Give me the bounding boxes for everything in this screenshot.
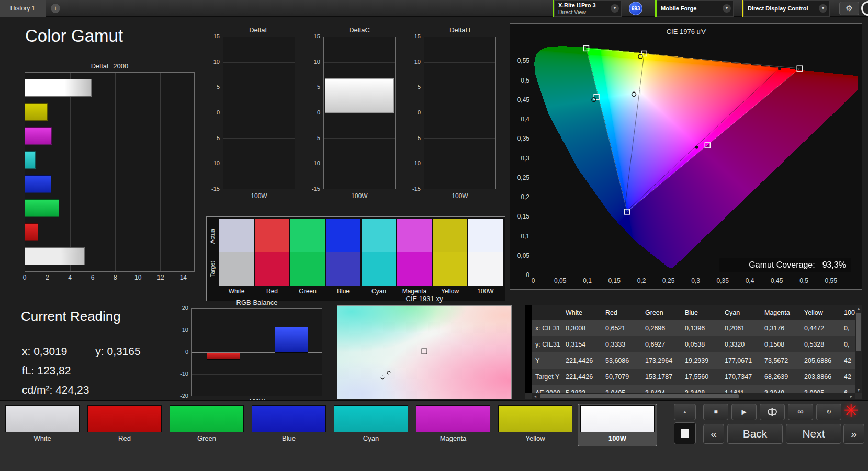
axis-tick-label: 0,2 <box>510 193 531 201</box>
table-cell: 19,2939 <box>681 352 721 369</box>
actual-swatch <box>326 219 360 252</box>
reference-point-marker <box>381 376 385 380</box>
next-button[interactable]: Next <box>786 424 841 444</box>
tab-history-1[interactable]: History 1 <box>0 0 46 17</box>
table-vertical-scrollbar[interactable]: ▲ ▼ <box>855 305 862 393</box>
color-patch <box>334 405 408 432</box>
swatch-label: Green <box>290 286 325 296</box>
pattern-tile-100w[interactable]: 100W <box>578 404 657 446</box>
pattern-tile-red[interactable]: Red <box>85 404 164 446</box>
color-patch <box>87 405 162 432</box>
back-chevron-button[interactable]: « <box>703 424 724 444</box>
table-cell: 0,1396 <box>681 320 721 336</box>
color-patch <box>170 405 244 432</box>
table-cell: 0,2696 <box>641 320 681 336</box>
cie1976-panel: CIE 1976 u'v' 0,550,50,450,40,350,30,250… <box>510 23 862 290</box>
scroll-left-arrow[interactable]: ◄ <box>532 393 539 399</box>
axis-tick-label: 20 <box>171 305 188 311</box>
display-control-dropdown[interactable]: Direct Display Control ▾ <box>742 0 830 17</box>
target-swatch <box>362 252 396 286</box>
target-row-label: Target <box>208 252 217 286</box>
settings-button[interactable]: ⚙ <box>839 2 859 15</box>
axis-tick-label: 0 <box>308 109 320 116</box>
scroll-down-arrow[interactable]: ▼ <box>855 387 862 393</box>
target-swatch <box>397 252 432 286</box>
gridline <box>223 138 295 139</box>
pattern-tile-magenta[interactable]: Magenta <box>414 404 492 446</box>
app-logo-icon <box>861 1 868 16</box>
add-tab-button[interactable]: + <box>51 4 60 13</box>
axis-tick-label: -5 <box>408 135 421 141</box>
pattern-tile-cyan[interactable]: Cyan <box>332 404 410 446</box>
column-header: Yellow <box>801 305 840 320</box>
deltae-bar-yellow <box>25 103 48 121</box>
pattern-tile-label: White <box>3 434 82 442</box>
axis-tick-label: 0,1 <box>510 233 531 240</box>
axis-label: 100W <box>323 192 396 200</box>
table-cell: 170,7347 <box>721 369 761 385</box>
continuous-read-button[interactable]: ∞ <box>788 404 813 420</box>
pattern-tile-white[interactable]: White <box>3 404 82 446</box>
swatch-label: Red <box>255 286 289 296</box>
scroll-right-arrow[interactable]: ► <box>848 393 855 399</box>
table-cell: 221,4426 <box>562 369 602 385</box>
chart-title-cie1976: CIE 1976 u'v' <box>510 28 863 36</box>
axis-tick-label: 0 <box>532 277 535 284</box>
axis-tick-label: 10 <box>308 59 320 65</box>
axis-tick-label: 0,45 <box>771 277 783 284</box>
table-cell: 0,4472 <box>801 320 840 336</box>
table-corner <box>525 305 532 393</box>
panel-expand-button[interactable]: ▲ <box>674 404 696 420</box>
deltae-chart-plot <box>25 72 195 272</box>
axis-tick-label: 0,15 <box>608 277 621 284</box>
color-patch <box>252 405 326 432</box>
axis-tick-label: -15 <box>207 186 220 192</box>
actual-row-label: Actual <box>208 219 217 252</box>
axis-tick-label: 5 <box>408 84 421 90</box>
chevron-down-icon: ▾ <box>611 4 619 13</box>
axis-tick-label: 0,05 <box>554 277 566 284</box>
table-cell: 53,6086 <box>602 352 641 369</box>
actual-swatch <box>362 219 396 252</box>
chart-title-rgb-balance: RGB Balance <box>191 298 322 306</box>
axis-tick-label: 0 <box>408 109 421 116</box>
cd-label: cd/m²: <box>22 384 52 396</box>
pattern-tile-label: Green <box>167 434 246 442</box>
table-cell: 3,0905 <box>801 385 840 393</box>
source-selector-dropdown[interactable]: Mobile Forge ▾ <box>655 0 734 17</box>
display-control-name: Direct Display Control <box>748 5 808 12</box>
top-bar: History 1 + X-Rite i1Pro 3 Direct View ▾… <box>0 0 868 17</box>
actual-swatch <box>397 219 432 252</box>
table-header-row: WhiteRedGreenBlueCyanMagentaYellow100W <box>532 305 855 320</box>
table-cell: 73,5672 <box>761 352 801 369</box>
refresh-button[interactable]: ↻ <box>816 404 841 420</box>
vertical-scrollbar-thumb[interactable] <box>856 313 861 351</box>
table-cell: 0,3176 <box>761 320 801 336</box>
pattern-window-button[interactable] <box>674 422 696 444</box>
table-horizontal-scrollbar[interactable]: ◄ ► <box>532 393 855 399</box>
scroll-up-arrow[interactable]: ▲ <box>855 305 862 312</box>
chart-title: DeltaC <box>323 26 396 34</box>
y-value: 0,3165 <box>107 345 140 357</box>
table-cell: 50,7079 <box>602 369 641 385</box>
single-read-button[interactable] <box>760 404 785 420</box>
horizontal-scrollbar-thumb[interactable] <box>540 394 739 398</box>
pattern-tile-yellow[interactable]: Yellow <box>496 404 574 446</box>
deltae-bar-100w <box>25 247 85 265</box>
table-cell: 203,8866 <box>801 369 840 385</box>
stop-button[interactable]: ■ <box>703 404 728 420</box>
pattern-tile-blue[interactable]: Blue <box>250 404 328 446</box>
deltae-bar-red <box>25 223 38 241</box>
table-cell: 0,5328 <box>801 336 840 352</box>
table-cell: 17,5560 <box>681 369 721 385</box>
meter-name: X-Rite i1Pro 3 <box>558 2 596 9</box>
meter-selector-dropdown[interactable]: X-Rite i1Pro 3 Direct View ▾ <box>553 0 622 17</box>
gridline <box>324 164 395 164</box>
table-row: Y221,442653,6086173,296419,2939177,06717… <box>532 352 855 369</box>
back-button[interactable]: Back <box>727 424 783 444</box>
play-button[interactable]: ▶ <box>731 404 757 420</box>
next-chevron-button[interactable]: » <box>843 424 864 444</box>
pattern-tile-green[interactable]: Green <box>167 404 246 446</box>
table-viewport: WhiteRedGreenBlueCyanMagentaYellow100Wx:… <box>532 305 855 393</box>
meter-mode: Direct View <box>558 9 596 15</box>
